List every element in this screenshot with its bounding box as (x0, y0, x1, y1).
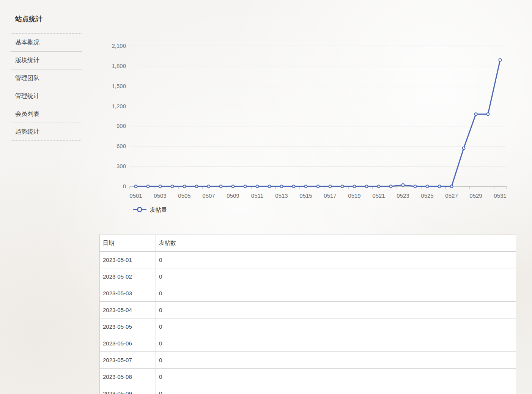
x-axis-label: 0509 (227, 192, 239, 199)
data-point[interactable] (171, 185, 174, 188)
data-point[interactable] (208, 185, 210, 188)
page-title: 站点统计 (11, 14, 82, 34)
y-axis-label: 600 (116, 143, 126, 149)
table-row: 2023-05-040 (100, 302, 516, 318)
post-count-cell: 0 (156, 252, 516, 268)
table-header-row: 日期 发帖数 (100, 235, 516, 252)
x-axis-label: 0507 (202, 192, 215, 199)
data-point[interactable] (438, 185, 441, 188)
data-point[interactable] (256, 185, 259, 188)
x-axis-label: 0513 (275, 192, 288, 199)
post-count-column-header: 发帖数 (156, 235, 516, 252)
x-axis-label: 0501 (129, 192, 142, 199)
data-point[interactable] (353, 185, 356, 188)
sidebar-item-4[interactable]: 管理统计 (11, 87, 82, 105)
sidebar-item-1[interactable]: 基本概况 (11, 34, 82, 52)
data-point[interactable] (341, 185, 344, 188)
data-point[interactable] (414, 185, 417, 188)
post-count-cell: 0 (156, 318, 516, 335)
y-axis-label: 300 (116, 163, 126, 169)
data-point[interactable] (244, 185, 247, 188)
date-cell: 2023-05-05 (100, 318, 156, 335)
sidebar-item-6[interactable]: 趋势统计 (11, 123, 82, 141)
data-point[interactable] (232, 185, 235, 188)
x-axis-label: 0511 (251, 192, 263, 199)
sidebar-item-3[interactable]: 管理团队 (11, 69, 82, 87)
y-axis-label: 1,500 (112, 83, 126, 89)
daily-posts-table-wrap: 日期 发帖数 2023-05-0102023-05-0202023-05-030… (99, 235, 517, 394)
date-cell: 2023-05-03 (100, 285, 156, 302)
data-point[interactable] (183, 185, 186, 188)
data-point[interactable] (402, 184, 405, 186)
date-cell: 2023-05-09 (100, 385, 156, 394)
legend-circle-marker (138, 208, 142, 212)
sidebar-item-2[interactable]: 版块统计 (11, 52, 82, 69)
data-point[interactable] (499, 59, 502, 61)
sidebar: 站点统计 基本概况版块统计管理团队管理统计会员列表趋势统计 (11, 14, 82, 141)
table-row: 2023-05-060 (100, 335, 516, 352)
data-point[interactable] (220, 185, 222, 188)
table-row: 2023-05-020 (100, 268, 516, 285)
series-line (136, 60, 500, 186)
table-row: 2023-05-090 (100, 385, 516, 394)
data-point[interactable] (450, 185, 453, 188)
y-axis-label: 1,800 (112, 63, 126, 69)
y-axis-label: 2,100 (112, 43, 126, 49)
x-axis-label: 0519 (348, 192, 360, 199)
data-point[interactable] (268, 185, 271, 188)
data-point[interactable] (305, 185, 307, 188)
post-count-cell: 0 (156, 268, 516, 285)
date-cell: 2023-05-07 (100, 352, 156, 369)
table-row: 2023-05-030 (100, 285, 516, 302)
date-cell: 2023-05-08 (100, 369, 156, 385)
x-axis-label: 0521 (372, 192, 385, 199)
table-row: 2023-05-010 (100, 252, 516, 268)
x-axis-label: 0505 (178, 192, 190, 199)
table-row: 2023-05-070 (100, 352, 516, 369)
daily-posts-table: 日期 发帖数 2023-05-0102023-05-0202023-05-030… (99, 235, 516, 394)
y-axis-label: 1,200 (112, 103, 126, 109)
legend-label[interactable]: 发帖量 (150, 206, 167, 213)
x-axis-label: 0531 (494, 192, 506, 199)
post-count-cell: 0 (156, 369, 516, 385)
data-point[interactable] (280, 185, 283, 188)
data-point[interactable] (195, 185, 198, 188)
date-cell: 2023-05-04 (100, 302, 156, 318)
data-point[interactable] (329, 185, 332, 188)
data-point[interactable] (426, 185, 429, 188)
x-axis-label: 0527 (445, 192, 458, 199)
date-column-header: 日期 (100, 235, 156, 252)
post-count-cell: 0 (156, 335, 516, 352)
data-point[interactable] (159, 185, 162, 188)
data-point[interactable] (487, 113, 490, 115)
table-row: 2023-05-050 (100, 318, 516, 335)
data-point[interactable] (463, 147, 465, 150)
data-point[interactable] (390, 185, 392, 188)
sidebar-items: 基本概况版块统计管理团队管理统计会员列表趋势统计 (11, 34, 82, 141)
x-axis-label: 0529 (469, 192, 482, 199)
posts-chart-area: 03006009001,2001,5001,8002,1000501050305… (99, 38, 517, 220)
x-axis-label: 0525 (421, 192, 433, 199)
y-axis-label: 0 (123, 183, 126, 189)
date-cell: 2023-05-01 (100, 252, 156, 268)
data-point[interactable] (365, 185, 368, 188)
sidebar-item-5[interactable]: 会员列表 (11, 105, 82, 123)
x-axis-label: 0517 (324, 192, 336, 199)
x-axis-label: 0523 (397, 192, 409, 199)
post-count-cell: 0 (156, 285, 516, 302)
date-cell: 2023-05-02 (100, 268, 156, 285)
x-axis-label: 0503 (154, 192, 166, 199)
data-point[interactable] (317, 185, 320, 188)
post-count-cell: 0 (156, 385, 516, 394)
posts-line-chart[interactable]: 03006009001,2001,5001,8002,1000501050305… (99, 38, 517, 220)
y-axis-label: 900 (116, 123, 126, 129)
data-point[interactable] (293, 185, 295, 188)
stats-table-body: 2023-05-0102023-05-0202023-05-0302023-05… (100, 252, 516, 394)
data-point[interactable] (475, 113, 477, 115)
data-point[interactable] (135, 185, 137, 188)
post-count-cell: 0 (156, 302, 516, 318)
table-row: 2023-05-080 (100, 369, 516, 385)
post-count-cell: 0 (156, 352, 516, 369)
data-point[interactable] (378, 185, 380, 188)
data-point[interactable] (147, 185, 150, 188)
